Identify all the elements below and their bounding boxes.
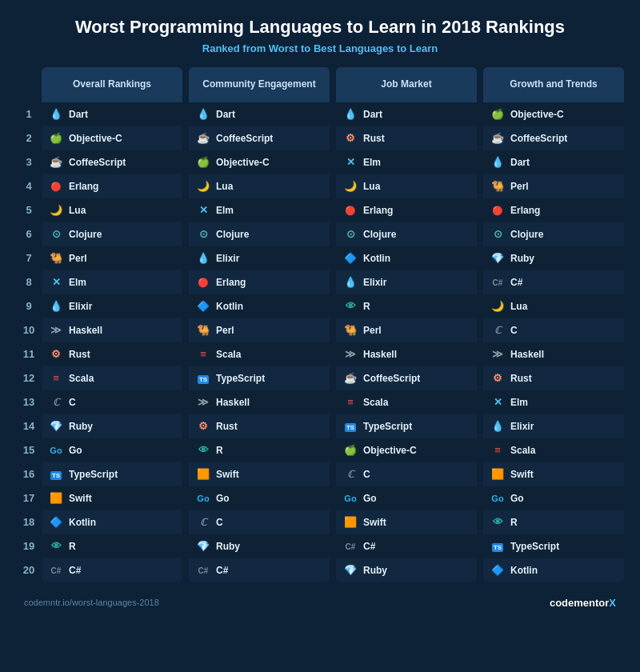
- list-item: ⊙Clojure: [336, 222, 477, 246]
- list-item: ⊙Clojure: [42, 222, 182, 246]
- language-name: C#: [69, 565, 81, 576]
- language-name: Dart: [510, 157, 530, 168]
- list-item: ⚙Rust: [42, 342, 182, 366]
- swift-icon: 🟧: [342, 516, 358, 528]
- go-icon: Go: [48, 444, 64, 456]
- kotlin-icon: 🔷: [490, 564, 506, 576]
- list-item: 💧Elixir: [483, 414, 624, 438]
- list-item: ℂC: [189, 510, 330, 534]
- list-item: 👁R: [42, 534, 182, 558]
- column-2: Job Market💧Dart⚙Rust✕Elm🌙Lua🔴Erlang⊙Cloj…: [336, 67, 477, 582]
- elm-icon: ✕: [342, 156, 358, 168]
- language-name: Ruby: [510, 253, 534, 264]
- language-name: Rust: [216, 421, 238, 432]
- ruby-icon: 💎: [490, 252, 506, 264]
- column-0: Overall Rankings💧Dart🍏Objective-C☕Coffee…: [42, 67, 182, 582]
- list-item: 🟧Swift: [483, 462, 624, 486]
- language-name: Elixir: [363, 277, 386, 288]
- ruby-icon: 💎: [195, 540, 211, 552]
- language-name: Elixir: [510, 421, 534, 432]
- language-name: Erlang: [510, 205, 540, 216]
- elixir-icon: 💧: [195, 252, 211, 264]
- list-item: C#C#: [483, 270, 624, 294]
- list-item: 🐫Perl: [483, 174, 624, 198]
- language-name: TypeScript: [510, 541, 559, 552]
- coffeescript-icon: ☕: [48, 156, 64, 168]
- main-title: Worst Programming Languages to Learn in …: [16, 16, 624, 39]
- language-name: Erlang: [363, 205, 393, 216]
- language-name: C: [69, 397, 76, 408]
- language-name: TypeScript: [363, 421, 412, 432]
- language-name: Perl: [363, 325, 382, 336]
- elixir-icon: 💧: [342, 276, 358, 288]
- language-name: C: [216, 517, 223, 528]
- language-name: Dart: [216, 109, 235, 120]
- column-3: Growth and Trends🍏Objective-C☕CoffeeScri…: [483, 67, 624, 582]
- dart-icon: 💧: [195, 108, 211, 120]
- scala-icon: ≡: [195, 348, 211, 360]
- c#-icon: C#: [342, 540, 358, 552]
- c-icon: ℂ: [490, 324, 506, 336]
- list-item: 🔴Erlang: [336, 198, 477, 222]
- r-icon: 👁: [342, 300, 358, 312]
- language-name: R: [363, 301, 370, 312]
- list-item: ≡Scala: [483, 438, 624, 462]
- list-item: C#C#: [42, 558, 182, 582]
- list-item: 👁R: [189, 438, 330, 462]
- erlang-icon: 🔴: [490, 204, 506, 216]
- language-name: Clojure: [69, 229, 102, 240]
- list-item: ☕CoffeeScript: [42, 150, 182, 174]
- language-name: Scala: [363, 397, 388, 408]
- language-name: Clojure: [363, 229, 396, 240]
- list-item: 🔴Erlang: [483, 198, 624, 222]
- perl-icon: 🐫: [490, 180, 506, 192]
- list-item: 🌙Lua: [42, 198, 182, 222]
- rank-number: 11: [18, 342, 40, 366]
- language-name: Kotlin: [69, 517, 96, 528]
- rank-number: 10: [18, 318, 40, 342]
- language-name: R: [510, 517, 518, 528]
- list-item: ℂC: [42, 390, 182, 414]
- objective-c-icon: 🍏: [490, 108, 506, 120]
- footer-brand: codementorX: [550, 597, 616, 609]
- clojure-icon: ⊙: [342, 228, 358, 240]
- language-name: C#: [363, 541, 375, 552]
- list-item: 🐫Perl: [42, 246, 182, 270]
- scala-icon: ≡: [48, 372, 64, 384]
- rank-number: 8: [18, 270, 40, 294]
- coffeescript-icon: ☕: [490, 132, 506, 144]
- rank-number: 17: [18, 486, 40, 510]
- subtitle: Ranked from Worst to Best Languages to L…: [16, 42, 624, 54]
- list-item: ≡Scala: [189, 342, 330, 366]
- language-name: Kotlin: [363, 253, 390, 264]
- list-item: ✕Elm: [483, 390, 624, 414]
- list-item: 👁R: [483, 510, 624, 534]
- list-item: 💧Elixir: [189, 246, 330, 270]
- language-name: Kotlin: [510, 565, 538, 576]
- list-item: 🔷Kotlin: [336, 246, 477, 270]
- language-name: Kotlin: [216, 301, 243, 312]
- language-name: Swift: [216, 469, 239, 480]
- rank-number: 18: [18, 510, 40, 534]
- typescript-icon: TS: [48, 468, 64, 480]
- r-icon: 👁: [195, 444, 211, 456]
- list-item: TSTypeScript: [483, 534, 624, 558]
- objective-c-icon: 🍏: [342, 444, 358, 456]
- list-item: TSTypeScript: [336, 414, 477, 438]
- language-name: Ruby: [216, 541, 240, 552]
- language-name: Elixir: [216, 253, 239, 264]
- perl-icon: 🐫: [48, 252, 64, 264]
- list-item: ℂC: [483, 318, 624, 342]
- ruby-icon: 💎: [342, 564, 358, 576]
- list-item: 🔴Erlang: [189, 270, 330, 294]
- c#-icon: C#: [195, 564, 211, 576]
- list-item: 💧Dart: [189, 102, 330, 126]
- language-name: Swift: [510, 469, 534, 480]
- footer-brand-name: codementor: [550, 597, 609, 609]
- language-name: Ruby: [363, 565, 387, 576]
- list-item: ≡Scala: [336, 390, 477, 414]
- rust-icon: ⚙: [195, 420, 211, 432]
- dart-icon: 💧: [342, 108, 358, 120]
- language-name: Perl: [510, 181, 529, 192]
- language-name: TypeScript: [69, 469, 118, 480]
